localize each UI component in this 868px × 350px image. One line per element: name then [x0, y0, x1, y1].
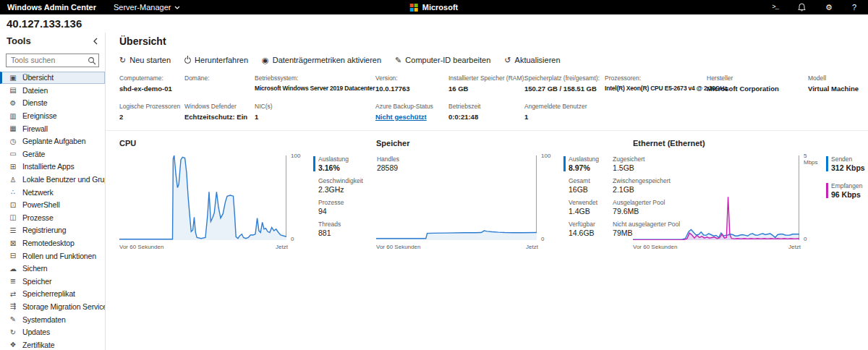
sidebar-item-sichern[interactable]: ☁Sichern	[0, 262, 105, 275]
tools-title: Tools	[7, 35, 31, 46]
solution-label: Server-Manager	[114, 3, 171, 12]
powershell-icon: ⊡	[7, 201, 19, 209]
sidebar-item-prozesse[interactable]: ◫Prozesse	[0, 211, 105, 224]
speicher-chart-title: Speicher	[376, 139, 629, 148]
sidebar-item-geplante-aufgaben[interactable]: ◷Geplante Aufgaben	[0, 135, 105, 148]
sidebar-item-uebersicht[interactable]: ▣Übersicht	[0, 72, 105, 85]
dienste-icon: ⚙	[7, 99, 19, 107]
detail-field: Installierter Speicher (RAM):16 GB	[448, 74, 524, 93]
detail-label: Modell	[808, 74, 864, 82]
sidebar-item-zertifikate[interactable]: ❖Zertifikate	[0, 338, 105, 350]
stat-label: Empfangen	[831, 182, 865, 190]
notifications-icon[interactable]	[798, 3, 806, 12]
sidebar-item-rollen-und-funktionen[interactable]: ⊟Rollen und Funktionen	[0, 249, 105, 262]
sidebar-item-systemdaten[interactable]: ✎Systemdaten	[0, 313, 105, 326]
stat-label: Senden	[831, 155, 865, 163]
y-axis-max-label: 100	[541, 153, 550, 159]
stat-label: Prozesse	[318, 199, 363, 207]
sidebar-item-label: Registrierung	[22, 226, 67, 234]
remotedesktop-icon: ⊠	[7, 239, 19, 247]
search-icon	[88, 55, 96, 68]
ethernet-stat-empfangen: Empfangen96 Kbps	[826, 182, 865, 200]
detail-value	[184, 85, 250, 93]
toolbar: ↻Neu startenHerunterfahren◉Datenträgerme…	[119, 54, 868, 67]
sidebar-item-lokale-benutzer-und-gruppen[interactable]: ♙Lokale Benutzer und Gruppen	[0, 173, 105, 186]
stat-label: Verfügbar	[569, 221, 599, 229]
detail-field: Windows DefenderEchtzeitschutz: Ein	[184, 103, 255, 121]
restart-icon: ↻	[119, 56, 126, 64]
detail-label: Version:	[375, 74, 444, 82]
sidebar-item-updates[interactable]: ↻Updates	[0, 325, 105, 338]
lokale-benutzer-und-gruppen-icon: ♙	[7, 176, 19, 184]
settings-gear-icon[interactable]: ⚙	[825, 4, 833, 12]
detail-value: Microsoft Windows Server 2019 Datacenter	[255, 85, 371, 93]
powershell-console-icon[interactable]: >_	[772, 4, 778, 11]
ethernet-chart-svg	[633, 155, 799, 240]
speicher-chart-svg	[376, 155, 537, 240]
sidebar-item-label: Firewall	[22, 124, 48, 133]
sidebar-item-label: Lokale Benutzer und Gruppen	[22, 175, 106, 184]
sidebar-item-label: Systemdaten	[22, 315, 66, 324]
ethernet-stats: Senden312 KbpsEmpfangen96 Kbps	[826, 155, 865, 209]
sidebar-item-dateien[interactable]: ▤Dateien	[0, 84, 105, 97]
sidebar-item-netzwerk[interactable]: ∴Netzwerk	[0, 186, 105, 199]
sidebar-item-label: Updates	[22, 328, 50, 336]
detail-field: Computername:shd-ex-demo-01	[119, 74, 184, 93]
sidebar-item-powershell[interactable]: ⊡PowerShell	[0, 198, 105, 211]
speicher-stat-verwendet: Verwendet1.4GB	[563, 199, 599, 216]
x-axis-left-label: Vor 60 Sekunden	[633, 244, 677, 250]
sidebar-item-label: Geräte	[22, 150, 45, 158]
azure-backup-status-link[interactable]: Nicht geschützt	[375, 113, 444, 121]
y-axis-min-label: 0	[804, 236, 807, 242]
sidebar-item-speicher[interactable]: ≣Speicher	[0, 275, 105, 288]
shutdown-label: Herunterfahren	[195, 56, 248, 64]
detail-field: Version:10.0.17763	[375, 74, 448, 93]
detail-value: shd-ex-demo-01	[119, 85, 180, 93]
search-input[interactable]	[6, 54, 99, 67]
sidebar-item-remotedesktop[interactable]: ⊠Remotedesktop	[0, 236, 105, 249]
sidebar-item-dienste[interactable]: ⚙Dienste	[0, 97, 105, 110]
detail-label: NIC(s)	[255, 103, 371, 110]
ethernet-chart: Ethernet (Ethernet)Vor 60 SekundenJetzt5…	[633, 139, 868, 250]
storage-migration-service-icon: ⇶	[7, 302, 19, 310]
sidebar-item-ereignisse[interactable]: ▥Ereignisse	[0, 109, 105, 122]
enable-disk-metrics-button[interactable]: ◉Datenträgermetriken aktivieren	[262, 56, 381, 64]
y-axis-min-label: 0	[291, 236, 294, 242]
sichern-icon: ☁	[7, 265, 19, 273]
detail-label: Azure Backup-Status	[375, 103, 444, 110]
sidebar-item-firewall[interactable]: ▦Firewall	[0, 122, 105, 135]
collapse-sidebar-button[interactable]	[93, 38, 98, 45]
ethernet-y-axis: 5Mbps0	[801, 155, 820, 240]
restart-button[interactable]: ↻Neu starten	[119, 56, 171, 64]
sidebar-item-registrierung[interactable]: ☰Registrierung	[0, 224, 105, 237]
sidebar-item-storage-migration-service[interactable]: ⇶Storage Migration Service	[0, 300, 105, 313]
sidebar-item-geraete[interactable]: ▭Geräte	[0, 148, 105, 161]
server-address: 40.127.133.136	[7, 17, 82, 30]
detail-value: 1	[524, 113, 600, 121]
sidebar-item-speicherreplikat[interactable]: ⇄Speicherreplikat	[0, 288, 105, 301]
geplante-aufgaben-icon: ◷	[7, 137, 19, 145]
detail-field: Betriebssystem:Microsoft Windows Server …	[255, 74, 375, 93]
enable-disk-metrics-icon: ◉	[262, 56, 269, 64]
speicher-icon: ≣	[7, 277, 19, 285]
help-icon[interactable]: ?	[852, 4, 856, 12]
microsoft-logo-icon	[410, 4, 418, 12]
edit-computer-id-button[interactable]: ✎Computer-ID bearbeiten	[395, 56, 490, 64]
cpu-stat-threads: Threads881	[313, 221, 363, 238]
refresh-icon: ↺	[504, 56, 511, 64]
detail-value: 1	[255, 113, 371, 121]
stat-value: 94	[318, 207, 363, 216]
registrierung-icon: ☰	[7, 226, 19, 234]
topbar: Windows Admin Center Server-Manager Micr…	[0, 0, 868, 14]
sidebar-item-label: Geplante Aufgaben	[22, 137, 85, 145]
shutdown-button[interactable]: Herunterfahren	[184, 56, 248, 64]
speicher-chart: SpeicherVor 60 SekundenJetzt1000Auslastu…	[376, 139, 629, 250]
y-axis-max-label: 100	[291, 153, 300, 159]
sidebar-item-label: Netzwerk	[22, 188, 54, 197]
sidebar-item-label: Zertifikate	[22, 341, 54, 349]
solution-menu[interactable]: Server-Manager	[114, 3, 180, 12]
sidebar-item-installierte-apps[interactable]: ⊞Installierte Apps	[0, 161, 105, 174]
microsoft-logo: Microsoft	[410, 3, 459, 12]
speicher-stat-gesamt: Gesamt16GB	[563, 177, 599, 195]
refresh-button[interactable]: ↺Aktualisieren	[504, 56, 560, 64]
